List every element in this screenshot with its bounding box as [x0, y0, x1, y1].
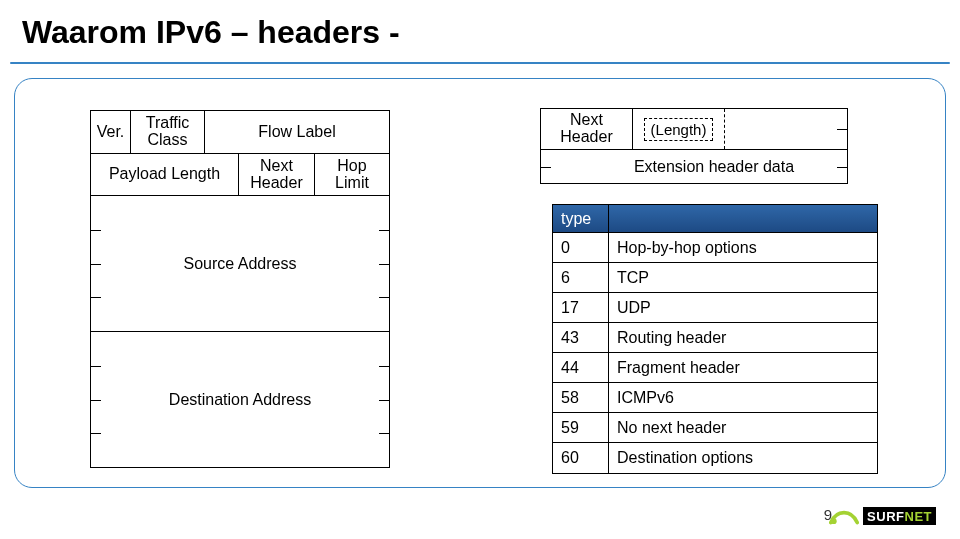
type-name: UDP [609, 293, 877, 322]
type-code: 58 [553, 383, 609, 412]
type-table-header: type [553, 205, 877, 233]
type-col-header: type [553, 205, 609, 232]
type-table: type 0 Hop-by-hop options 6 TCP 17 UDP 4… [552, 204, 878, 474]
field-flow-label: Flow Label [205, 111, 389, 153]
table-row: 17 UDP [553, 293, 877, 323]
type-code: 6 [553, 263, 609, 292]
table-row: 60 Destination options [553, 443, 877, 473]
title-underline [10, 62, 950, 64]
type-name: Destination options [609, 443, 877, 473]
field-destination-address: Destination Address [91, 331, 389, 467]
extension-header-diagram: Next Header (Length) Extension header da… [540, 108, 848, 184]
svg-point-0 [831, 518, 837, 524]
ext-field-next-header: Next Header [541, 109, 633, 149]
field-source-address: Source Address [91, 195, 389, 331]
ipv6-header-diagram: Ver. Traffic Class Flow Label Payload Le… [90, 110, 390, 468]
field-payload-length: Payload Length [91, 154, 239, 195]
type-name: ICMPv6 [609, 383, 877, 412]
type-col-header-2 [609, 205, 877, 232]
field-version: Ver. [91, 111, 131, 153]
ext-field-length: (Length) [633, 109, 725, 149]
ext-data-label: Extension header data [634, 158, 794, 176]
table-row: 43 Routing header [553, 323, 877, 353]
type-code: 17 [553, 293, 609, 322]
ext-field-data-row: Extension header data [541, 149, 847, 183]
type-code: 0 [553, 233, 609, 262]
logo-text: SURFNET [863, 507, 936, 525]
type-code: 43 [553, 323, 609, 352]
ext-field-rest [725, 109, 847, 149]
field-next-header: Next Header [239, 154, 315, 195]
logo-swoosh-icon [829, 505, 859, 527]
table-row: 0 Hop-by-hop options [553, 233, 877, 263]
logo-brand: SURF [867, 509, 904, 524]
table-row: 58 ICMPv6 [553, 383, 877, 413]
destination-address-label: Destination Address [169, 391, 311, 409]
type-code: 60 [553, 443, 609, 473]
type-code: 44 [553, 353, 609, 382]
title-bar: Waarom IPv6 – headers - [0, 0, 960, 72]
type-name: Routing header [609, 323, 877, 352]
type-name: No next header [609, 413, 877, 442]
type-code: 59 [553, 413, 609, 442]
ext-length-label: (Length) [644, 118, 714, 141]
table-row: 44 Fragment header [553, 353, 877, 383]
brand-logo: SURFNET [829, 503, 936, 529]
logo-suffix: NET [905, 509, 933, 524]
table-row: 59 No next header [553, 413, 877, 443]
table-row: 6 TCP [553, 263, 877, 293]
type-name: Fragment header [609, 353, 877, 382]
page-title: Waarom IPv6 – headers - [0, 0, 960, 51]
type-name: TCP [609, 263, 877, 292]
type-name: Hop-by-hop options [609, 233, 877, 262]
field-hop-limit: Hop Limit [315, 154, 389, 195]
field-traffic-class: Traffic Class [131, 111, 205, 153]
source-address-label: Source Address [184, 255, 297, 273]
slide: Waarom IPv6 – headers - Ver. Traffic Cla… [0, 0, 960, 539]
